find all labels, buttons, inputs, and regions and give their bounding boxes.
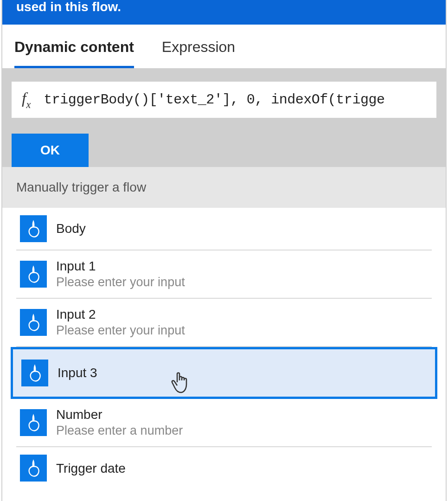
trigger-icon [20,261,47,288]
trigger-icon [20,309,47,336]
list-item-desc: Please enter your input [56,274,428,290]
header-banner: used in this flow. [2,0,446,25]
list-item-label: Input 3 [58,365,427,381]
tab-dynamic-content[interactable]: Dynamic content [14,39,134,68]
list-item[interactable]: Number Please enter a number [16,399,432,447]
list-item-label: Body [56,220,428,237]
trigger-icon [20,215,47,242]
list-item-label: Number [56,406,428,423]
list-item-label: Input 1 [56,258,428,274]
dynamic-content-list: Body Input 1 Please enter your input Inp… [2,208,446,489]
list-item-label: Trigger date [56,460,428,476]
trigger-icon [20,455,47,482]
list-item-highlighted[interactable]: Input 3 [11,347,437,399]
tab-expression[interactable]: Expression [162,39,235,68]
trigger-icon [21,360,48,386]
fx-icon: fx [22,90,31,110]
expression-area: fx triggerBody()['text_2'], 0, indexOf(t… [2,68,446,167]
expression-input[interactable]: fx triggerBody()['text_2'], 0, indexOf(t… [12,82,436,118]
list-item[interactable]: Input 1 Please enter your input [16,250,432,299]
list-item-label: Input 2 [56,306,428,322]
expression-text: triggerBody()['text_2'], 0, indexOf(trig… [44,92,384,108]
trigger-icon [20,409,47,436]
list-item-desc: Please enter a number [56,423,428,439]
list-item[interactable]: Input 2 Please enter your input [16,299,432,347]
list-item[interactable]: Trigger date [16,447,432,489]
section-header: Manually trigger a flow [2,167,446,208]
tabs: Dynamic content Expression [2,25,446,68]
header-text: used in this flow. [16,0,121,14]
list-item[interactable]: Body [16,208,432,250]
list-item-desc: Please enter your input [56,322,428,339]
ok-button[interactable]: OK [12,134,89,167]
